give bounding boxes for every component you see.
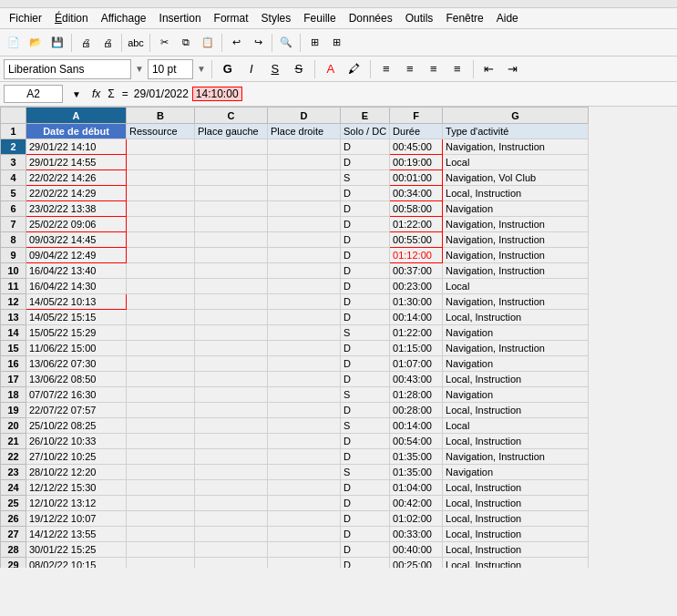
cell-r29-c6[interactable]: 00:25:00 bbox=[390, 558, 443, 569]
cell-r3-c3[interactable] bbox=[195, 155, 268, 170]
cell-r28-c2[interactable] bbox=[127, 542, 195, 558]
cell-r13-c2[interactable] bbox=[127, 310, 195, 325]
cell-r6-c6[interactable]: 00:58:00 bbox=[390, 201, 443, 217]
cell-r28-c5[interactable]: D bbox=[341, 542, 390, 558]
copy-button[interactable]: ⧉ bbox=[176, 33, 196, 53]
cell-r24-c3[interactable] bbox=[195, 480, 268, 496]
row-header-13[interactable]: 13 bbox=[1, 310, 26, 325]
indent-dec-button[interactable]: ⇤ bbox=[479, 59, 499, 79]
cell-r12-c5[interactable]: D bbox=[341, 294, 390, 310]
cell-r8-c6[interactable]: 00:55:00 bbox=[390, 232, 443, 248]
cell-r5-c1[interactable]: 22/02/22 14:29 bbox=[26, 186, 127, 201]
col-header-D[interactable]: D bbox=[268, 108, 341, 124]
cell-r4-c7[interactable]: Navigation, Vol Club bbox=[443, 170, 589, 186]
row-header-6[interactable]: 6 bbox=[1, 201, 26, 217]
cell-r25-c1[interactable]: 12/10/22 13:12 bbox=[26, 496, 127, 511]
cell-r8-c2[interactable] bbox=[127, 232, 195, 248]
cell-r17-c5[interactable]: D bbox=[341, 372, 390, 387]
font-size-input[interactable] bbox=[148, 59, 193, 79]
cell-r8-c1[interactable]: 09/03/22 14:45 bbox=[26, 232, 127, 248]
align-right-button[interactable]: ≡ bbox=[424, 59, 444, 79]
col-header-C[interactable]: C bbox=[195, 108, 268, 124]
cell-r26-c3[interactable] bbox=[195, 511, 268, 527]
cell-r18-c4[interactable] bbox=[268, 387, 341, 403]
cell-r19-c1[interactable]: 22/07/22 07:57 bbox=[26, 403, 127, 418]
menu-format[interactable]: Format bbox=[209, 10, 254, 26]
align-left-button[interactable]: ≡ bbox=[376, 59, 396, 79]
cell-r17-c6[interactable]: 00:43:00 bbox=[390, 372, 443, 387]
cell-r4-c1[interactable]: 22/02/22 14:26 bbox=[26, 170, 127, 186]
cell-r9-c1[interactable]: 09/04/22 12:49 bbox=[26, 248, 127, 263]
cell-r24-c2[interactable] bbox=[127, 480, 195, 496]
cell-r15-c4[interactable] bbox=[268, 341, 341, 356]
cell-r12-c6[interactable]: 01:30:00 bbox=[390, 294, 443, 310]
cell-r19-c2[interactable] bbox=[127, 403, 195, 418]
cell-r3-c2[interactable] bbox=[127, 155, 195, 170]
cell-r23-c1[interactable]: 28/10/22 12:20 bbox=[26, 465, 127, 480]
cell-r22-c1[interactable]: 27/10/22 10:25 bbox=[26, 449, 127, 465]
cell-r15-c6[interactable]: 01:15:00 bbox=[390, 341, 443, 356]
col-header-B[interactable]: B bbox=[127, 108, 195, 124]
cell-r9-c5[interactable]: D bbox=[341, 248, 390, 263]
cell-r2-c2[interactable] bbox=[127, 139, 195, 155]
cell-r20-c5[interactable]: S bbox=[341, 418, 390, 434]
menu-styles[interactable]: Styles bbox=[256, 10, 297, 26]
row-header-28[interactable]: 28 bbox=[1, 542, 26, 558]
cell-r1-c3[interactable]: Place gauche bbox=[195, 124, 268, 139]
row-header-10[interactable]: 10 bbox=[1, 263, 26, 279]
cell-r18-c1[interactable]: 07/07/22 16:30 bbox=[26, 387, 127, 403]
cut-button[interactable]: ✂ bbox=[154, 33, 174, 53]
row-grid-button[interactable]: ⊞ bbox=[326, 33, 346, 53]
cell-r24-c1[interactable]: 12/12/22 15:30 bbox=[26, 480, 127, 496]
cell-r26-c5[interactable]: D bbox=[341, 511, 390, 527]
cell-r16-c5[interactable]: D bbox=[341, 356, 390, 372]
cell-r22-c6[interactable]: 01:35:00 bbox=[390, 449, 443, 465]
col-header-E[interactable]: E bbox=[341, 108, 390, 124]
font-dropdown-arrow[interactable]: ▼ bbox=[135, 64, 144, 74]
cell-r8-c3[interactable] bbox=[195, 232, 268, 248]
cell-r9-c6[interactable]: 01:12:00 bbox=[390, 248, 443, 263]
cell-r29-c3[interactable] bbox=[195, 558, 268, 569]
cell-r3-c5[interactable]: D bbox=[341, 155, 390, 170]
cell-r10-c5[interactable]: D bbox=[341, 263, 390, 279]
cell-r22-c7[interactable]: Navigation, Instruction bbox=[443, 449, 589, 465]
cell-r16-c3[interactable] bbox=[195, 356, 268, 372]
col-header-F[interactable]: F bbox=[390, 108, 443, 124]
cell-r14-c7[interactable]: Navigation bbox=[443, 325, 589, 341]
cell-r14-c5[interactable]: S bbox=[341, 325, 390, 341]
cell-r11-c6[interactable]: 00:23:00 bbox=[390, 279, 443, 294]
row-header-7[interactable]: 7 bbox=[1, 217, 26, 232]
cell-r4-c2[interactable] bbox=[127, 170, 195, 186]
menu-fichier[interactable]: Fichier bbox=[4, 10, 47, 26]
cell-r29-c5[interactable]: D bbox=[341, 558, 390, 569]
cell-r5-c4[interactable] bbox=[268, 186, 341, 201]
row-header-27[interactable]: 27 bbox=[1, 527, 26, 542]
row-header-1[interactable]: 1 bbox=[1, 124, 26, 139]
cell-r10-c1[interactable]: 16/04/22 13:40 bbox=[26, 263, 127, 279]
cell-r5-c7[interactable]: Local, Instruction bbox=[443, 186, 589, 201]
cell-r18-c3[interactable] bbox=[195, 387, 268, 403]
cell-r28-c6[interactable]: 00:40:00 bbox=[390, 542, 443, 558]
cell-r23-c3[interactable] bbox=[195, 465, 268, 480]
cell-r14-c3[interactable] bbox=[195, 325, 268, 341]
cell-r14-c4[interactable] bbox=[268, 325, 341, 341]
paste-button[interactable]: 📋 bbox=[198, 33, 218, 53]
row-header-26[interactable]: 26 bbox=[1, 511, 26, 527]
cell-r16-c6[interactable]: 01:07:00 bbox=[390, 356, 443, 372]
cell-r28-c1[interactable]: 30/01/22 15:25 bbox=[26, 542, 127, 558]
menu-fenetre[interactable]: Fenêtre bbox=[440, 10, 488, 26]
cell-r11-c5[interactable]: D bbox=[341, 279, 390, 294]
italic-button[interactable]: I bbox=[241, 59, 262, 79]
cell-r12-c1[interactable]: 14/05/22 10:13 bbox=[26, 294, 127, 310]
cell-r2-c5[interactable]: D bbox=[341, 139, 390, 155]
cell-r16-c4[interactable] bbox=[268, 356, 341, 372]
bold-button[interactable]: G bbox=[218, 59, 238, 79]
spelling-button[interactable]: abc bbox=[126, 33, 146, 53]
col-grid-button[interactable]: ⊞ bbox=[304, 33, 324, 53]
menu-insertion[interactable]: Insertion bbox=[154, 10, 207, 26]
find-button[interactable]: 🔍 bbox=[276, 33, 296, 53]
cell-r11-c1[interactable]: 16/04/22 14:30 bbox=[26, 279, 127, 294]
font-color-button[interactable]: A bbox=[321, 59, 341, 79]
row-header-8[interactable]: 8 bbox=[1, 232, 26, 248]
cell-r9-c2[interactable] bbox=[127, 248, 195, 263]
